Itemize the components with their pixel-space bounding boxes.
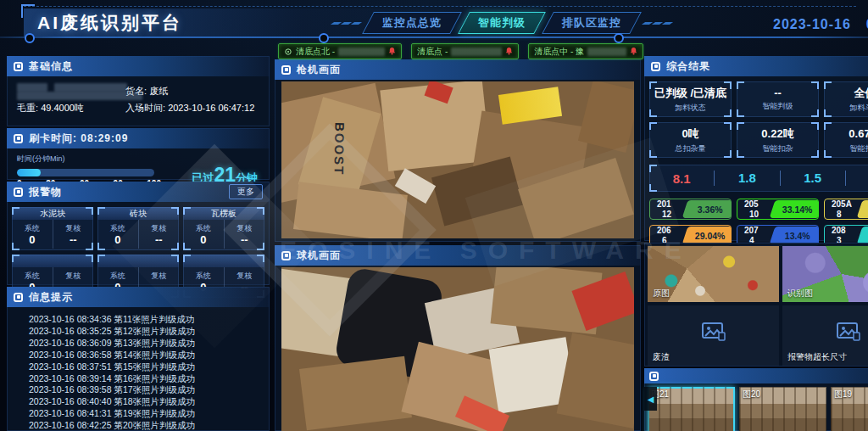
original-image-label: 原图 bbox=[653, 288, 670, 299]
panel-square-icon bbox=[14, 293, 23, 302]
grade-count: 12 bbox=[662, 210, 671, 219]
alarm-items-panel: 报警物 更多 水泥块 系统 0 复核 -- bbox=[7, 182, 270, 285]
photo-thumbnail[interactable]: 图21 bbox=[648, 387, 735, 431]
debris-piece bbox=[431, 157, 523, 227]
alarm-review-value: -- bbox=[70, 234, 77, 245]
tab-label: 监控点总览 bbox=[382, 15, 442, 31]
gross-value: 49.4000吨 bbox=[41, 103, 84, 113]
monitor-point-buttons: 清底点北 - 清底点 - 清底点中 - 豫 bbox=[278, 43, 643, 59]
main-tab[interactable]: 监控点总览 bbox=[362, 12, 462, 34]
monitor-point-label: 清底点北 - bbox=[296, 46, 335, 58]
message-item: 2023-10-16 08:34:36 第11张照片判级成功 bbox=[29, 314, 270, 326]
photo-thumbnail-label: 图20 bbox=[743, 389, 760, 400]
alarm-review-value: -- bbox=[155, 234, 163, 245]
alarm-review-cell: 复核 -- bbox=[53, 220, 94, 249]
stat-cell: -- 智能判级 bbox=[737, 81, 819, 117]
gun-camera-panel: 枪机画面 BOOST bbox=[275, 59, 641, 242]
photo-thumbnail[interactable]: 图19 bbox=[831, 387, 868, 431]
message-item: 2023-10-16 08:40:40 第18张照片判级成功 bbox=[29, 396, 270, 408]
alarm-card-title bbox=[183, 255, 264, 267]
grade-count: 8 bbox=[837, 210, 842, 219]
boost-text: BOOST bbox=[293, 118, 386, 180]
thumbs-prev-button[interactable]: ◀ bbox=[644, 387, 657, 411]
message-panel-title: 信息提示 bbox=[29, 290, 73, 305]
grade-score: 8.1 bbox=[649, 171, 714, 186]
tab-slash-deco bbox=[643, 22, 671, 25]
grade-score: 1.5 bbox=[780, 171, 845, 186]
residue-image-placeholder: 废渣 bbox=[648, 305, 779, 366]
photo-thumbnail[interactable]: 图20 bbox=[739, 387, 826, 431]
overlength-image-placeholder: 报警物超长尺寸 bbox=[782, 305, 868, 366]
grade-score: 2 bbox=[845, 171, 868, 186]
main-tab[interactable]: 智能判级 bbox=[458, 12, 546, 34]
header-datetime: 2023-10-16 0 bbox=[773, 17, 868, 32]
gun-camera-title: 枪机画面 bbox=[297, 63, 341, 77]
message-item: 2023-10-16 08:39:58 第17张照片判级成功 bbox=[29, 384, 270, 396]
license-plate-blur bbox=[451, 48, 502, 56]
grade-scores-bar: 8.11.81.52 bbox=[649, 165, 868, 192]
grade-percent: 33.14% bbox=[782, 204, 813, 215]
stat-cell: 0.67吨 智能扣杂 bbox=[824, 122, 868, 158]
debris-piece bbox=[556, 333, 634, 428]
alarm-review-cell: 复核 -- bbox=[139, 220, 180, 249]
grade-badge: 33.14% bbox=[770, 200, 819, 218]
ball-camera-header: 球机画面 bbox=[275, 245, 641, 266]
message-item: 2023-10-16 08:36:09 第13张照片判级成功 bbox=[29, 338, 270, 350]
stat-cell: 0吨 总扣杂量 bbox=[649, 122, 732, 158]
photo-thumbnail-label: 图19 bbox=[834, 389, 852, 400]
swipe-time-title: 刷卡时间: 08:29:09 bbox=[29, 132, 128, 146]
image-placeholder-icon bbox=[837, 322, 860, 344]
header-divider-line bbox=[0, 36, 868, 38]
alarm-items-header: 报警物 更多 bbox=[7, 182, 270, 202]
monitor-point-button[interactable]: 清底点中 - 豫 bbox=[528, 43, 643, 59]
tab-slash-deco bbox=[332, 22, 360, 25]
stat-label: 智能判级 bbox=[763, 101, 793, 112]
alarm-review-value: -- bbox=[241, 234, 248, 245]
panel-square-icon bbox=[281, 251, 291, 260]
alarm-card-body: 系统 0 复核 -- bbox=[183, 220, 264, 249]
grade-count: 10 bbox=[749, 210, 759, 219]
page-title: AI废纸识别平台 bbox=[24, 11, 182, 35]
stat-label: 智能扣杂 bbox=[763, 143, 793, 154]
swipe-time-panel: 刷卡时间: 08:29:09 时间(分钟Min) 0306090120 已过21… bbox=[7, 128, 270, 180]
results-title: 综合结果 bbox=[666, 59, 710, 74]
stat-value: -- bbox=[774, 87, 782, 99]
basic-info-row bbox=[17, 92, 259, 100]
result-images-panel: 原图 识别图 废渣 报警物超长尺寸 bbox=[644, 243, 868, 367]
grade-badge bbox=[857, 200, 868, 218]
message-item: 2023-10-16 08:42:25 第20张照片判级成功 bbox=[29, 420, 270, 431]
grade-code: 201 bbox=[657, 199, 671, 210]
main-tab[interactable]: 排队区监控 bbox=[542, 12, 642, 34]
target-icon bbox=[284, 48, 292, 56]
basic-info-header: 基础信息 bbox=[7, 56, 270, 76]
grade-percent: 3.36% bbox=[698, 204, 723, 215]
gun-camera-header: 枪机画面 bbox=[275, 59, 641, 80]
message-item: 2023-10-16 08:41:31 第19张照片判级成功 bbox=[29, 408, 270, 420]
ball-camera-title: 球机画面 bbox=[297, 249, 341, 263]
alarm-card-title bbox=[97, 255, 179, 267]
grade-badge bbox=[857, 227, 868, 244]
monitor-point-button[interactable]: 清底点 - bbox=[411, 43, 519, 59]
alarm-items-title: 报警物 bbox=[29, 185, 62, 199]
alarm-card-title bbox=[12, 255, 93, 267]
panel-square-icon bbox=[14, 134, 23, 143]
more-button[interactable]: 更多 bbox=[229, 184, 263, 199]
grade-score: 1.8 bbox=[714, 171, 779, 186]
original-image: 原图 bbox=[648, 246, 779, 302]
alarm-card-body: 系统 0 复核 -- bbox=[97, 220, 179, 249]
alarm-system-cell: 系统 0 bbox=[183, 220, 225, 249]
stat-cell: 0.22吨 智能扣杂 bbox=[737, 122, 819, 158]
stat-value: 0吨 bbox=[682, 126, 698, 142]
grade-code: 208 bbox=[832, 226, 846, 236]
recognized-image-label: 识别图 bbox=[787, 288, 813, 299]
panel-square-icon bbox=[14, 188, 23, 197]
grade-badge: 29.04% bbox=[682, 227, 732, 244]
bell-icon bbox=[388, 47, 396, 57]
monitor-point-button[interactable]: 清底点北 - bbox=[278, 43, 402, 59]
message-item: 2023-10-16 08:36:58 第14张照片判级成功 bbox=[29, 350, 270, 361]
gross-label: 毛重: bbox=[17, 103, 38, 113]
line-node-ring bbox=[614, 33, 624, 43]
dashboard: AI废纸识别平台 监控点总览智能判级排队区监控 2023-10-16 0 清底点… bbox=[0, 0, 868, 431]
message-panel-header: 信息提示 bbox=[7, 287, 270, 307]
stat-label: 卸料斗位 bbox=[850, 103, 868, 114]
